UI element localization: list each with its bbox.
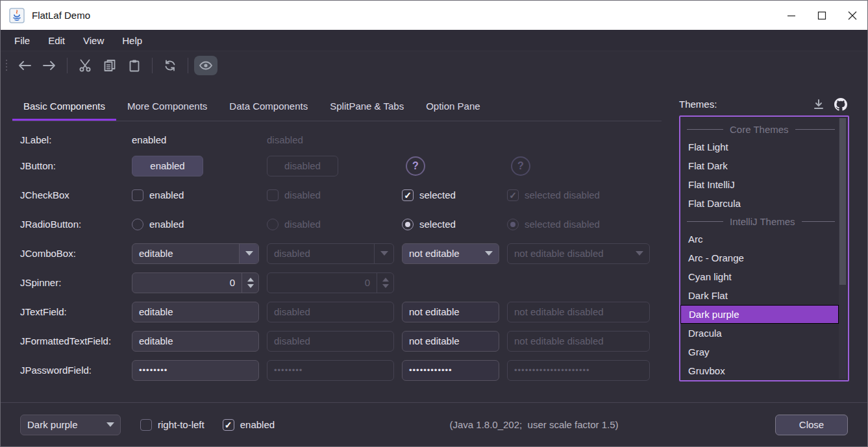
theme-select-combobox[interactable]: Dark purple [20, 415, 121, 435]
combobox-arrow-button [101, 415, 120, 435]
close-button[interactable]: Close [775, 415, 848, 435]
theme-item-dark-purple[interactable]: Dark purple [680, 305, 839, 324]
combobox-arrow-button [479, 244, 499, 263]
combobox-not-editable[interactable]: not editable [402, 243, 499, 264]
theme-item-arc[interactable]: Arc [680, 230, 839, 248]
tab-label: SplitPane & Tabs [330, 101, 404, 112]
theme-item-gruvbox[interactable]: Gruvbox [680, 361, 839, 380]
app-window: FlatLaf Demo File Edit View Help [0, 0, 868, 447]
radio-enabled[interactable]: enabled [132, 219, 184, 230]
tab-option-pane[interactable]: Option Pane [415, 91, 491, 121]
combobox-editable[interactable]: editable [132, 243, 259, 264]
spinner-down-icon [247, 284, 254, 288]
toolbar-separator [188, 58, 188, 73]
tab-splitpane-tabs[interactable]: SplitPane & Tabs [319, 91, 415, 121]
checkbox-icon [267, 189, 279, 201]
themes-scrollbar[interactable] [839, 118, 847, 379]
theme-item-gray[interactable]: Gray [680, 343, 839, 361]
close-window-button[interactable] [837, 1, 867, 30]
passwordfield-editable[interactable]: •••••••• [132, 360, 259, 381]
jlabel-row: JLabel: enabled disabled [12, 128, 662, 151]
combobox-arrow-button [630, 244, 649, 263]
right-to-left-checkbox[interactable]: right-to-left [140, 419, 205, 431]
maximize-button[interactable] [806, 1, 837, 30]
theme-item-dark-flat[interactable]: Dark Flat [680, 286, 839, 305]
tab-more-components[interactable]: More Components [116, 91, 218, 121]
theme-item-flat-intellij[interactable]: Flat IntelliJ [680, 175, 839, 194]
jlabel-row-label: JLabel: [12, 134, 132, 145]
checkbox-label: selected [419, 189, 456, 200]
textfield-editable[interactable]: editable [132, 302, 259, 322]
jlabel-disabled: disabled [267, 134, 394, 145]
theme-item-flat-darcula[interactable]: Flat Darcula [680, 194, 839, 213]
spinner-value[interactable]: 0 [132, 273, 242, 293]
theme-item-flat-light[interactable]: Flat Light [680, 138, 839, 156]
copy-button[interactable] [98, 56, 121, 75]
spinner-buttons[interactable] [242, 273, 258, 293]
jcombobox-row-label: JComboBox: [12, 248, 132, 259]
show-hide-toggle-button[interactable] [194, 56, 217, 75]
theme-item-cyan-light[interactable]: Cyan light [680, 267, 839, 286]
forward-button[interactable] [38, 56, 61, 75]
radio-selected[interactable]: selected [402, 219, 456, 230]
enabled-button[interactable]: enabled [132, 156, 203, 176]
theme-item-dracula[interactable]: Dracula [680, 324, 839, 343]
spinner-buttons [377, 273, 393, 293]
themes-separator-core: Core Themes [680, 121, 839, 138]
menu-view[interactable]: View [76, 35, 112, 46]
combobox-arrow-button[interactable] [239, 244, 258, 263]
paste-button[interactable] [123, 56, 146, 75]
themes-title: Themes: [679, 99, 805, 110]
jbutton-row: JButton: enabled disabled ? ? [12, 151, 662, 180]
checkbox-enabled[interactable]: enabled [132, 189, 184, 201]
chevron-down-icon [485, 251, 493, 256]
spinner-enabled[interactable]: 0 [132, 272, 259, 293]
formatted-textfield-disabled: disabled [267, 331, 394, 352]
toolbar-grip[interactable] [6, 60, 7, 71]
scrollbar-thumb[interactable] [839, 118, 846, 285]
download-theme-button[interactable] [810, 96, 827, 113]
jformattedtextfield-row-label: JFormattedTextField: [12, 335, 132, 346]
help-button[interactable]: ? [406, 156, 425, 176]
toolbar-separator [152, 58, 153, 73]
theme-item-flat-dark[interactable]: Flat Dark [680, 156, 839, 175]
chevron-down-icon [106, 422, 114, 427]
back-button[interactable] [13, 56, 36, 75]
checkbox-label: enabled [149, 189, 184, 200]
tab-label: Data Components [229, 101, 308, 112]
bottom-bar: Dark purple right-to-left ✓ enabled (Jav… [1, 402, 867, 446]
github-link-button[interactable] [832, 96, 849, 113]
checkbox-selected-disabled: ✓selected disabled [507, 189, 600, 201]
combobox-disabled: disabled [267, 243, 394, 264]
refresh-button[interactable] [158, 56, 182, 75]
formatted-textfield-not-editable: not editable [402, 331, 499, 352]
theme-item-arc-orange[interactable]: Arc - Orange [680, 248, 839, 267]
themes-separator-intellij: IntelliJ Themes [680, 213, 839, 230]
jradiobutton-row: JRadioButton: enabled disabled selected … [12, 210, 662, 239]
menu-file[interactable]: File [7, 35, 38, 46]
menu-help[interactable]: Help [115, 35, 150, 46]
radio-checked-icon [507, 219, 519, 230]
menu-edit[interactable]: Edit [41, 35, 73, 46]
combobox-value[interactable]: editable [132, 244, 239, 263]
minimize-button[interactable] [776, 1, 806, 30]
github-icon [834, 98, 847, 111]
checkbox-selected[interactable]: ✓selected [402, 189, 456, 201]
enabled-checkbox[interactable]: ✓ enabled [223, 419, 275, 431]
jcombobox-row: JComboBox: editable disabled [12, 239, 662, 268]
formatted-textfield-editable[interactable]: editable [132, 331, 259, 352]
checkbox-label: selected disabled [525, 189, 600, 200]
java-app-icon [9, 8, 25, 23]
checkbox-checked-icon: ✓ [223, 419, 234, 431]
tab-bar: Basic Components More Components Data Co… [12, 91, 662, 121]
tab-data-components[interactable]: Data Components [218, 91, 319, 121]
cut-scissors-icon [79, 59, 92, 72]
cut-button[interactable] [73, 56, 97, 75]
tab-basic-components[interactable]: Basic Components [12, 91, 116, 121]
main-panel: Basic Components More Components Data Co… [12, 91, 662, 402]
download-icon [813, 99, 825, 110]
paste-clipboard-icon [128, 59, 141, 72]
themes-panel: Themes: Core Themes Flat Light Flat Dark… [679, 91, 849, 402]
jradiobutton-row-label: JRadioButton: [12, 219, 132, 230]
radio-disabled: disabled [267, 219, 321, 230]
